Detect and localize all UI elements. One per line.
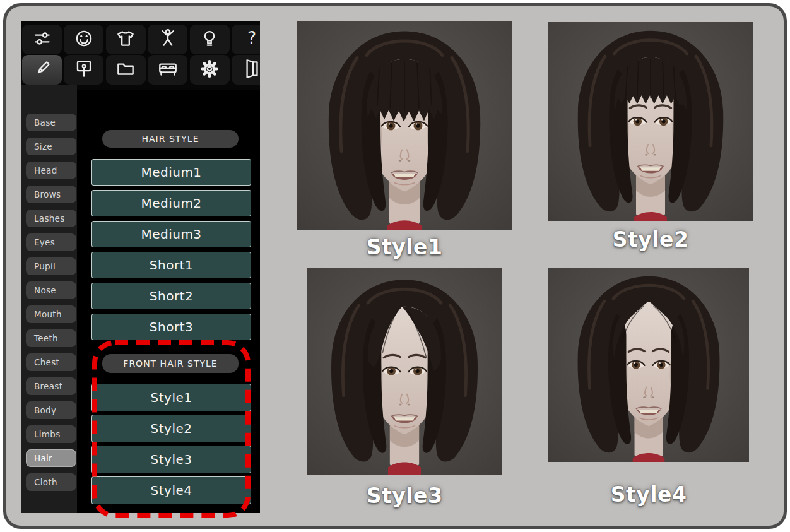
gear-icon [198,57,221,83]
tab-lightbulb[interactable] [190,25,230,54]
portrait-label-style4: Style4 [548,482,749,507]
tab-pose[interactable] [148,25,187,54]
tab-shirt[interactable] [106,25,146,54]
tab-folder[interactable] [106,55,146,85]
front-hair-style-header: FRONT HAIR STYLE [102,354,239,373]
sidebar-item-breast[interactable]: Breast [26,377,76,395]
lightbulb-icon [198,27,221,52]
portrait-style3 [307,268,502,475]
door-icon [240,57,261,83]
app-window: ? BaseSizeHeadBrowsLashesEyesPupilNoseMo… [0,0,790,532]
sidebar-item-cloth[interactable]: Cloth [26,473,76,491]
front-hair-style-option-style2[interactable]: Style2 [91,415,251,442]
smiley-icon [73,27,95,52]
sidebar-item-base[interactable]: Base [26,114,76,131]
tab-gear[interactable] [190,55,230,85]
front-hair-style-option-style3[interactable]: Style3 [91,446,251,473]
portrait-label-style2: Style2 [548,227,753,252]
help-icon: ? [240,27,261,52]
sidebar-item-eyes[interactable]: Eyes [26,233,76,251]
sidebar-item-mouth[interactable]: Mouth [26,305,76,323]
hair-style-option-short2[interactable]: Short2 [91,283,251,309]
sidebar-item-chest[interactable]: Chest [26,353,76,371]
hair-style-option-short3[interactable]: Short3 [91,314,251,340]
hair-style-header: HAIR STYLE [102,130,239,148]
hair-style-option-short1[interactable]: Short1 [91,252,251,278]
save-icon [73,57,95,83]
front-hair-style-option-style4[interactable]: Style4 [91,476,251,504]
svg-text:?: ? [247,28,256,47]
portrait-label-style3: Style3 [307,483,502,508]
tab-save[interactable] [64,55,103,85]
front-hair-style-option-style1[interactable]: Style1 [91,384,251,411]
sidebar-item-teeth[interactable]: Teeth [26,329,76,347]
hair-style-option-medium1[interactable]: Medium1 [91,159,251,186]
folder-icon [114,57,137,83]
portrait-label-style1: Style1 [297,235,512,259]
tab-pencil[interactable] [22,55,62,85]
hair-style-option-medium2[interactable]: Medium2 [91,190,251,216]
tab-door[interactable] [232,55,260,85]
sidebar-item-head[interactable]: Head [26,162,76,179]
tab-smiley[interactable] [64,25,103,54]
hair-style-option-medium3[interactable]: Medium3 [91,221,251,247]
sidebar-item-hair[interactable]: Hair [26,449,76,467]
bed-icon [156,57,179,83]
pose-icon [156,27,179,52]
character-editor-panel: ? BaseSizeHeadBrowsLashesEyesPupilNoseMo… [21,21,260,513]
sliders-icon [31,27,54,52]
sidebar-item-brows[interactable]: Brows [26,186,76,203]
tab-help[interactable]: ? [232,25,260,54]
sidebar-item-body[interactable]: Body [26,401,76,419]
sidebar-item-size[interactable]: Size [26,138,76,155]
portrait-style1 [297,21,512,230]
sidebar-item-pupil[interactable]: Pupil [26,257,76,275]
sidebar-item-lashes[interactable]: Lashes [26,210,76,227]
tab-sliders[interactable] [22,25,62,54]
sidebar-item-nose[interactable]: Nose [26,281,76,299]
sidebar-item-limbs[interactable]: Limbs [26,425,76,443]
portrait-style2 [548,22,753,221]
pencil-icon [31,57,54,83]
shirt-icon [114,27,137,52]
portrait-style4 [548,268,749,462]
tab-bed[interactable] [148,55,187,85]
